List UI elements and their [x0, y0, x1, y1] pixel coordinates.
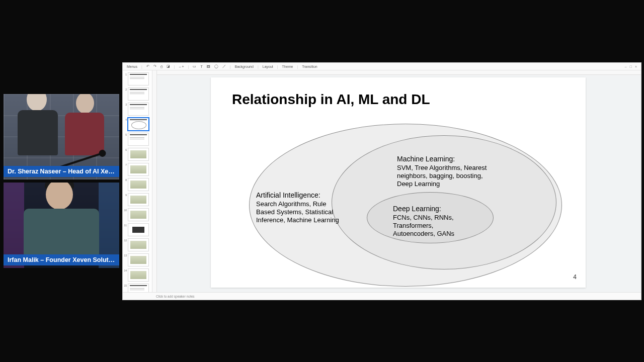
- slide-thumbnail-preview[interactable]: [128, 238, 149, 251]
- webcam-caption: Dr. Sheraz Naseer – Head of AI Xeven: [4, 166, 119, 177]
- slide-thumbnail[interactable]: 4: [124, 118, 152, 131]
- venn-body-ai: Search Algorithms, Rule Based Systems, S…: [256, 200, 339, 224]
- slide-thumbnail-preview[interactable]: [128, 133, 149, 146]
- slide-thumbnail-preview[interactable]: [128, 148, 149, 161]
- slide-thumbnail-preview[interactable]: [128, 178, 149, 191]
- slide-thumbnail-preview[interactable]: [128, 253, 149, 266]
- insert-image-button[interactable]: 🖼: [207, 65, 210, 68]
- slide-thumbnail-number: 12: [124, 238, 127, 242]
- slide-thumbnail-preview[interactable]: [128, 284, 149, 292]
- slide-thumbnail[interactable]: 14: [124, 268, 152, 282]
- current-slide[interactable]: Relationship in AI, ML and DL Artificial…: [211, 77, 586, 288]
- slide-canvas[interactable]: Relationship in AI, ML and DL Artificial…: [152, 70, 641, 292]
- slide-thumbnail-preview[interactable]: [128, 87, 149, 101]
- undo-button[interactable]: ↶: [146, 64, 149, 68]
- venn-label-ml[interactable]: Machine Learning: SVM, Tree Algorithms, …: [397, 155, 488, 188]
- person-silhouette: [18, 109, 58, 169]
- slide-thumbnail-number: 14: [124, 268, 127, 272]
- slide-thumbnail[interactable]: 1: [124, 72, 152, 85]
- theme-button[interactable]: Theme: [282, 65, 293, 68]
- vertical-ruler: [152, 70, 157, 292]
- slide-thumbnail-preview[interactable]: [128, 103, 149, 116]
- slides-app-window: Menus | ↶ ↷ ⎙ ◪ | – + | ▭ T 🖼 ◯ ／ | Back…: [123, 63, 641, 300]
- slide-thumbnail[interactable]: 10: [124, 208, 152, 221]
- slide-thumbnail-number: 8: [124, 178, 127, 182]
- shape-tool[interactable]: ◯: [214, 64, 218, 68]
- slide-thumbnail[interactable]: 8: [124, 178, 152, 191]
- toolbar: Menus | ↶ ↷ ⎙ ◪ | – + | ▭ T 🖼 ◯ ／ | Back…: [123, 63, 641, 70]
- redo-button[interactable]: ↷: [153, 64, 156, 68]
- webcam-panel: Dr. Sheraz Naseer – Head of AI Xeven Irf…: [4, 94, 119, 271]
- slide-thumbnail-number: 15: [124, 284, 127, 287]
- slide-thumbnail-preview[interactable]: [128, 72, 149, 85]
- horizontal-ruler: [152, 70, 641, 75]
- slide-thumbnail[interactable]: 13: [124, 253, 152, 266]
- speaker-notes-placeholder[interactable]: Click to add speaker notes: [123, 292, 641, 300]
- slide-thumbnail-number: 11: [124, 223, 127, 227]
- slide-thumbnail-preview[interactable]: [128, 223, 149, 236]
- slide-thumbnail-number: 7: [124, 163, 127, 166]
- venn-label-dl[interactable]: Deep Learning: FCNs, CNNs, RNNs, Transfo…: [393, 205, 468, 238]
- venn-label-ai[interactable]: Artificial Intelligence: Search Algorith…: [256, 191, 339, 224]
- slide-thumbnail-number: 3: [124, 103, 127, 106]
- slide-thumbnail[interactable]: 15: [124, 284, 152, 292]
- slide-thumbnail[interactable]: 7: [124, 163, 152, 176]
- slide-title[interactable]: Relationship in AI, ML and DL: [232, 92, 430, 108]
- select-tool[interactable]: ▭: [193, 64, 196, 68]
- slide-thumbnail[interactable]: 2: [124, 87, 152, 101]
- venn-heading-ml: Machine Learning:: [397, 155, 455, 163]
- slide-thumbnail-number: 13: [124, 253, 127, 257]
- slide-thumbnail-number: 9: [124, 193, 127, 197]
- webcam-caption: Irfan Malik – Founder Xeven Solutio...: [4, 254, 119, 265]
- slide-thumbnail[interactable]: 9: [124, 193, 152, 206]
- window-minimize-button[interactable]: –: [625, 65, 627, 68]
- line-tool[interactable]: ／: [222, 64, 226, 69]
- window-close-button[interactable]: ×: [635, 65, 637, 68]
- slide-thumbnail[interactable]: 12: [124, 238, 152, 251]
- print-button[interactable]: ⎙: [160, 65, 163, 68]
- background-button[interactable]: Background: [235, 65, 254, 68]
- webcam-tile-2: Irfan Malik – Founder Xeven Solutio...: [4, 183, 119, 268]
- venn-heading-ai: Artificial Intelligence:: [256, 191, 320, 199]
- venn-body-ml: SVM, Tree Algorithms, Nearest neighbors,…: [397, 164, 487, 188]
- paint-format-button[interactable]: ◪: [167, 64, 170, 68]
- webcam-tile-1: Dr. Sheraz Naseer – Head of AI Xeven: [4, 94, 119, 179]
- slide-thumbnail-preview[interactable]: [128, 163, 149, 176]
- window-maximize-button[interactable]: □: [630, 65, 632, 68]
- slide-thumbnail-preview[interactable]: [128, 268, 149, 282]
- venn-body-dl: FCNs, CNNs, RNNs, Transformers, Autoenco…: [393, 214, 454, 238]
- slide-thumbnail[interactable]: 5: [124, 133, 152, 146]
- menus-dropdown[interactable]: Menus: [127, 65, 137, 68]
- layout-button[interactable]: Layout: [263, 65, 273, 68]
- slide-thumbnail-number: 10: [124, 208, 127, 212]
- slide-thumbnail-strip[interactable]: 123456789101112131415161718: [123, 70, 152, 292]
- transition-button[interactable]: Transition: [302, 65, 317, 68]
- slide-thumbnail-number: 2: [124, 87, 127, 91]
- slide-thumbnail-number: 5: [124, 133, 127, 136]
- slide-thumbnail[interactable]: 3: [124, 103, 152, 116]
- slide-thumbnail[interactable]: 11: [124, 223, 152, 236]
- venn-heading-dl: Deep Learning:: [393, 205, 441, 213]
- slide-thumbnail-preview[interactable]: [128, 193, 149, 206]
- slide-thumbnail[interactable]: 6: [124, 148, 152, 161]
- zoom-control[interactable]: – +: [179, 65, 184, 68]
- textbox-tool[interactable]: T: [200, 65, 202, 68]
- slide-thumbnail-number: 4: [124, 118, 127, 121]
- person-silhouette: [65, 112, 104, 169]
- slide-thumbnail-preview[interactable]: [128, 118, 149, 131]
- slide-thumbnail-number: 1: [124, 72, 127, 76]
- slide-thumbnail-number: 6: [124, 148, 127, 151]
- slide-thumbnail-preview[interactable]: [128, 208, 149, 221]
- slide-number: 4: [573, 274, 577, 281]
